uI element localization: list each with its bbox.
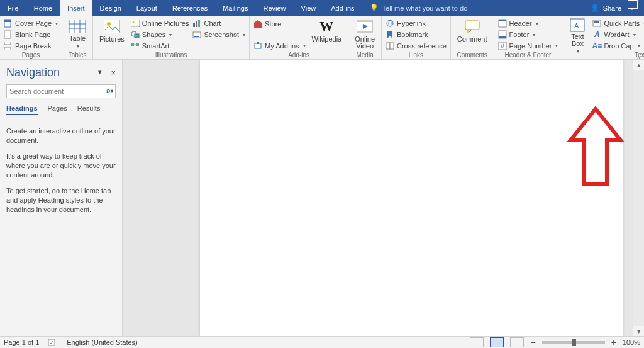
cover-page-button[interactable]: Cover Page▾ <box>4 18 58 29</box>
smartart-icon <box>131 42 140 50</box>
hyperlink-button[interactable]: Hyperlink <box>386 18 447 29</box>
nav-tab-headings[interactable]: Headings <box>6 104 38 115</box>
navigation-title: Navigation <box>6 66 60 79</box>
tab-addins[interactable]: Add-ins <box>323 0 362 16</box>
spellcheck-icon[interactable] <box>48 339 58 346</box>
svg-rect-21 <box>198 20 200 27</box>
svg-point-33 <box>389 20 391 26</box>
nav-body: Create an interactive outline of your do… <box>6 126 116 215</box>
tab-mailings[interactable]: Mailings <box>215 0 255 16</box>
scroll-up-button[interactable]: ▴ <box>633 60 644 70</box>
user-icon: 👤 <box>591 4 599 12</box>
wordart-button[interactable]: AWordArt▾ <box>592 30 644 40</box>
tab-insert[interactable]: Insert <box>60 0 92 16</box>
hyperlink-icon <box>386 19 394 28</box>
wordart-label: WordArt <box>604 31 629 38</box>
cross-reference-label: Cross-reference <box>397 42 447 50</box>
page-number-button[interactable]: #Page Number▾ <box>498 40 558 51</box>
table-button[interactable]: Table▾ <box>66 17 89 51</box>
screenshot-button[interactable]: Screenshot▾ <box>192 30 245 40</box>
scroll-track[interactable] <box>633 70 644 326</box>
zoom-level[interactable]: 100% <box>623 339 640 346</box>
tab-home[interactable]: Home <box>26 0 60 16</box>
cross-reference-icon <box>386 42 394 50</box>
text-box-button[interactable]: A Text Box▾ <box>566 17 589 51</box>
tab-references[interactable]: References <box>165 0 215 16</box>
nav-close-icon[interactable]: × <box>111 68 116 77</box>
wikipedia-icon: W <box>318 18 335 35</box>
svg-marker-25 <box>254 20 262 23</box>
group-addins: Store My Add-ins▾ W Wikipedia Add-ins <box>250 16 348 59</box>
search-input[interactable] <box>6 84 116 98</box>
online-pictures-button[interactable]: Online Pictures <box>131 18 189 29</box>
pictures-label: Pictures <box>99 36 125 43</box>
lightbulb-icon: 💡 <box>370 4 379 12</box>
online-video-button[interactable]: Online Video <box>352 17 377 51</box>
group-pages-label: Pages <box>4 52 58 59</box>
blank-page-button[interactable]: Blank Page <box>4 30 58 40</box>
footer-button[interactable]: Footer▾ <box>498 30 558 40</box>
view-web-layout[interactable] <box>510 337 524 347</box>
online-video-label: Online Video <box>355 36 375 50</box>
tab-view[interactable]: View <box>294 0 324 16</box>
search-icon[interactable]: ⌕▾ <box>106 86 113 94</box>
store-label: Store <box>265 20 281 28</box>
share-button[interactable]: 👤 Share <box>584 0 628 16</box>
zoom-out-button[interactable]: − <box>530 337 535 347</box>
blank-page-label: Blank Page <box>15 31 50 38</box>
pictures-button[interactable]: Pictures <box>97 17 127 51</box>
tab-file[interactable]: File <box>0 0 26 16</box>
feedback-icon[interactable] <box>628 0 638 9</box>
cross-reference-button[interactable]: Cross-reference <box>386 40 447 51</box>
hyperlink-label: Hyperlink <box>397 20 426 27</box>
view-print-layout[interactable] <box>490 337 504 347</box>
zoom-in-button[interactable]: + <box>611 337 616 347</box>
nav-text-3: To get started, go to the Home tab and a… <box>6 186 116 215</box>
status-bar: Page 1 of 1 English (United States) − + … <box>0 336 644 348</box>
svg-rect-10 <box>104 20 120 33</box>
tab-review[interactable]: Review <box>256 0 294 16</box>
wikipedia-button[interactable]: W Wikipedia <box>309 17 345 51</box>
document-area[interactable]: ▴ ▾ <box>123 60 644 336</box>
tab-layout[interactable]: Layout <box>129 0 165 16</box>
smartart-button[interactable]: SmartArt <box>131 40 189 51</box>
scroll-down-button[interactable]: ▾ <box>633 326 644 336</box>
view-read-mode[interactable] <box>470 337 484 347</box>
zoom-knob[interactable] <box>572 339 576 346</box>
svg-marker-34 <box>387 31 392 38</box>
shapes-label: Shapes <box>142 31 165 38</box>
nav-tab-results[interactable]: Results <box>77 104 101 115</box>
svg-rect-26 <box>255 43 261 48</box>
page-break-button[interactable]: Page Break <box>4 40 58 51</box>
svg-point-11 <box>107 22 111 26</box>
menu-bar: File Home Insert Design Layout Reference… <box>0 0 644 16</box>
status-language[interactable]: English (United States) <box>67 339 138 346</box>
zoom-slider[interactable] <box>542 341 605 344</box>
svg-rect-37 <box>465 21 479 30</box>
svg-rect-20 <box>196 21 197 27</box>
nav-dropdown-icon[interactable]: ▾ <box>98 68 102 77</box>
online-pictures-label: Online Pictures <box>142 20 189 27</box>
comment-button[interactable]: Comment <box>455 17 490 51</box>
navigation-pane: Navigation ▾ × ⌕▾ Headings Pages Results… <box>0 60 123 336</box>
group-addins-label: Add-ins <box>253 52 344 59</box>
nav-tab-pages[interactable]: Pages <box>48 104 67 115</box>
drop-cap-label: Drop Cap <box>604 42 633 50</box>
tell-me-label: Tell me what you want to do <box>382 4 468 12</box>
bookmark-button[interactable]: Bookmark <box>386 30 447 40</box>
svg-text:#: # <box>501 42 505 50</box>
shapes-button[interactable]: Shapes▾ <box>131 30 189 40</box>
chart-button[interactable]: Chart <box>192 18 245 29</box>
vertical-scrollbar[interactable]: ▴ ▾ <box>633 60 644 336</box>
tab-design[interactable]: Design <box>92 0 129 16</box>
header-button[interactable]: Header▾ <box>498 18 558 29</box>
store-button[interactable]: Store <box>253 18 305 29</box>
status-page[interactable]: Page 1 of 1 <box>4 339 39 346</box>
header-icon <box>498 19 507 28</box>
drop-cap-button[interactable]: A≡Drop Cap▾ <box>592 40 644 51</box>
svg-rect-17 <box>136 43 139 46</box>
tell-me[interactable]: 💡 Tell me what you want to do <box>362 0 468 16</box>
quick-parts-button[interactable]: Quick Parts▾ <box>592 18 644 29</box>
document-page[interactable] <box>200 60 623 336</box>
my-addins-button[interactable]: My Add-ins▾ <box>253 40 305 51</box>
